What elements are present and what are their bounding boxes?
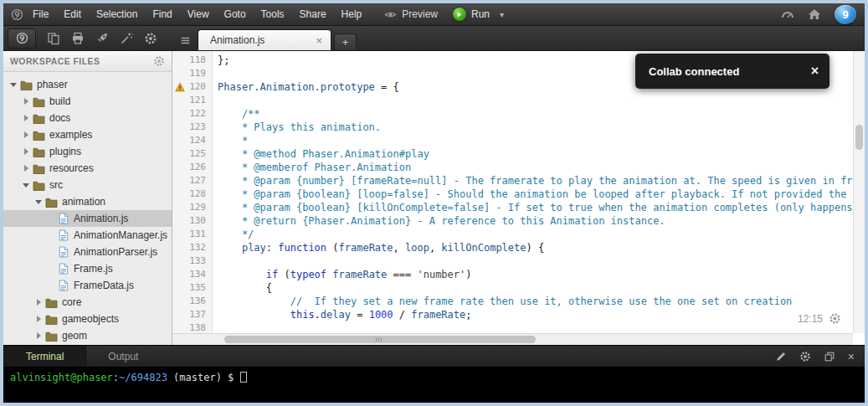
code-line-131[interactable]: */ xyxy=(218,228,853,241)
chevron-expanded-icon[interactable] xyxy=(8,83,18,87)
horizontal-scrollbar[interactable] xyxy=(172,333,853,345)
tree-folder-core[interactable]: core xyxy=(3,294,172,311)
line-number[interactable]: 133 xyxy=(172,254,212,268)
stats-icon[interactable] xyxy=(781,8,794,21)
menu-selection[interactable]: Selection xyxy=(89,3,145,25)
code-line-124[interactable]: * xyxy=(218,134,853,147)
chevron-collapsed-icon[interactable] xyxy=(21,115,31,121)
chevron-collapsed-icon[interactable] xyxy=(21,148,31,155)
tab-animation-js[interactable]: Animation.js × xyxy=(198,29,331,50)
chevron-expanded-icon[interactable] xyxy=(33,200,44,204)
tree-folder-docs[interactable]: docs xyxy=(3,110,172,126)
toast-close-icon[interactable]: × xyxy=(800,64,829,79)
code-line-123[interactable]: * Plays this animation. xyxy=(218,121,853,134)
code-line-136[interactable]: // If they set a new frame rate then use… xyxy=(218,295,853,308)
vertical-scroll-thumb[interactable] xyxy=(855,125,863,150)
tree-folder-resources[interactable]: resources xyxy=(3,160,172,177)
tree-folder-plugins[interactable]: plugins xyxy=(3,143,172,160)
editor[interactable]: 1181191201211221231241251261271281291301… xyxy=(172,51,865,345)
tree-file-AnimationParser.js[interactable]: AnimationParser.js xyxy=(3,244,172,260)
console-tab-output[interactable]: Output xyxy=(86,346,160,367)
code-line-134[interactable]: if (typeof frameRate === 'number') xyxy=(218,268,853,281)
code-line-130[interactable]: * @return {Phaser.Animation} - A referen… xyxy=(218,214,853,228)
line-number[interactable]: 120 xyxy=(172,80,212,94)
copy-pages-icon[interactable] xyxy=(47,32,60,45)
edit-pencil-icon[interactable] xyxy=(775,351,787,362)
tree-file-Frame.js[interactable]: Frame.js xyxy=(3,260,172,277)
terminal-cursor[interactable] xyxy=(240,372,247,383)
horizontal-scroll-thumb[interactable] xyxy=(224,336,536,343)
deploy-rocket-icon[interactable] xyxy=(95,32,109,45)
run-dropdown-chevron-icon[interactable]: ▾ xyxy=(500,10,504,19)
chevron-expanded-icon[interactable] xyxy=(21,183,31,188)
line-number[interactable]: 119 xyxy=(172,67,212,80)
tree-file-Animation.js[interactable]: Animation.js xyxy=(3,210,172,227)
menu-find[interactable]: Find xyxy=(145,3,179,25)
line-number[interactable]: 129 xyxy=(172,201,212,214)
menu-share[interactable]: Share xyxy=(292,3,334,25)
home-icon[interactable] xyxy=(808,8,821,21)
tab-list-icon[interactable] xyxy=(176,32,194,49)
cloud9-logo[interactable]: 9 xyxy=(835,5,856,24)
tree-folder-animation[interactable]: animation xyxy=(3,193,172,210)
line-number[interactable]: 137 xyxy=(172,308,212,321)
sidebar-settings-gear-icon[interactable] xyxy=(153,55,165,67)
code-area[interactable]: };Phaser.Animation.prototype = { /** * P… xyxy=(213,51,853,333)
code-line-133[interactable] xyxy=(218,254,853,268)
terminal[interactable]: alvinsight@phaser:~/694823 (master) $ xyxy=(3,367,865,403)
line-number[interactable]: 121 xyxy=(172,94,212,107)
chevron-collapsed-icon[interactable] xyxy=(33,332,44,339)
magic-wand-icon[interactable] xyxy=(120,32,133,45)
line-number[interactable]: 132 xyxy=(172,241,212,254)
code-line-127[interactable]: * @param {number} [frameRate=null] - The… xyxy=(218,174,853,188)
tab-close-icon[interactable]: × xyxy=(302,34,322,47)
tree-folder-phaser[interactable]: phaser xyxy=(3,76,172,93)
code-line-137[interactable]: this.delay = 1000 / frameRate; xyxy=(218,308,853,321)
menu-file[interactable]: File xyxy=(25,3,56,25)
code-line-138[interactable] xyxy=(218,321,853,333)
cloud9-menu-icon[interactable] xyxy=(8,8,25,21)
tree-folder-src[interactable]: src xyxy=(3,177,172,193)
line-number[interactable]: 122 xyxy=(172,107,212,121)
chevron-collapsed-icon[interactable] xyxy=(21,98,31,105)
code-line-122[interactable]: /** xyxy=(218,107,853,121)
menu-view[interactable]: View xyxy=(180,3,217,25)
menu-help[interactable]: Help xyxy=(334,3,370,25)
line-number[interactable]: 124 xyxy=(172,134,212,147)
maximize-panel-icon[interactable] xyxy=(824,351,835,362)
line-number[interactable]: 135 xyxy=(172,281,212,295)
menu-tools[interactable]: Tools xyxy=(254,3,292,25)
tree-folder-examples[interactable]: examples xyxy=(3,126,172,143)
line-number[interactable]: 126 xyxy=(172,161,212,174)
code-line-121[interactable] xyxy=(218,94,853,107)
line-number[interactable]: 130 xyxy=(172,214,212,228)
print-icon[interactable] xyxy=(71,32,85,45)
menu-edit[interactable]: Edit xyxy=(56,3,89,25)
chevron-collapsed-icon[interactable] xyxy=(33,316,44,322)
console-settings-gear-icon[interactable] xyxy=(799,351,811,362)
tree-folder-gameobjects[interactable]: gameobjects xyxy=(3,311,172,327)
chevron-collapsed-icon[interactable] xyxy=(21,165,31,172)
code-line-132[interactable]: play: function (frameRate, loop, killOnC… xyxy=(218,241,853,254)
run-button[interactable]: Run xyxy=(453,8,490,21)
line-number[interactable]: 131 xyxy=(172,228,212,241)
code-line-128[interactable]: * @param {boolean} [loop=false] - Should… xyxy=(218,188,853,201)
vertical-scrollbar[interactable] xyxy=(853,51,865,333)
code-line-125[interactable]: * @method Phaser.Animation#play xyxy=(218,147,853,161)
line-number[interactable]: 136 xyxy=(172,295,212,308)
tree-file-AnimationManager.js[interactable]: AnimationManager.js xyxy=(3,227,172,244)
menu-goto[interactable]: Goto xyxy=(217,3,254,25)
tree-folder-geom[interactable]: geom xyxy=(3,327,172,344)
editor-settings-gear-icon[interactable] xyxy=(829,312,841,325)
close-console-icon[interactable]: × xyxy=(848,351,855,362)
preview-button[interactable]: Preview xyxy=(384,8,438,21)
line-number[interactable]: 127 xyxy=(172,174,212,188)
preferences-gear-icon[interactable] xyxy=(144,32,157,45)
code-line-126[interactable]: * @memberof Phaser.Animation xyxy=(218,161,853,174)
line-number[interactable]: 128 xyxy=(172,188,212,201)
code-line-129[interactable]: * @param {boolean} [killOnComplete=false… xyxy=(218,201,853,214)
warning-icon[interactable] xyxy=(175,82,185,92)
tree-file-FrameData.js[interactable]: FrameData.js xyxy=(3,277,172,294)
workspace-nav-button[interactable] xyxy=(8,28,36,49)
code-line-135[interactable]: { xyxy=(218,281,853,295)
